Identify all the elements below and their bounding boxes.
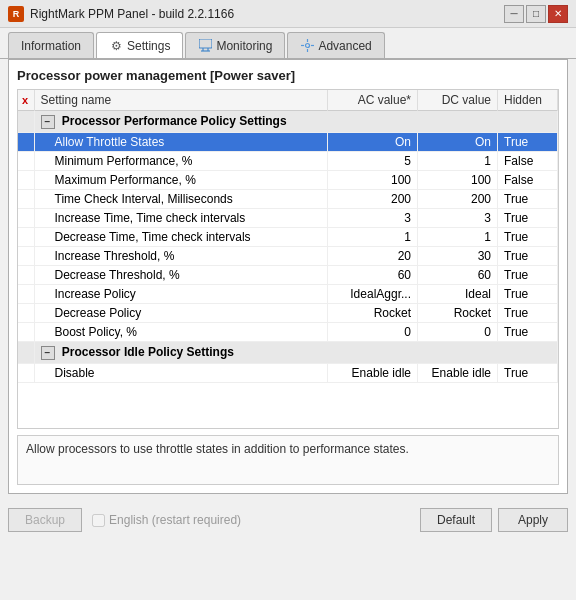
table-row[interactable]: Time Check Interval, Milliseconds 200 20…	[18, 190, 558, 209]
row-ac-value: 0	[328, 323, 418, 342]
maximize-button[interactable]: □	[526, 5, 546, 23]
group-collapse-x	[18, 342, 34, 364]
table-row[interactable]: Allow Throttle States On On True	[18, 133, 558, 152]
tab-advanced[interactable]: Advanced	[287, 32, 384, 58]
group-row[interactable]: − Processor Idle Policy Settings	[18, 342, 558, 364]
row-dc-value: On	[418, 133, 498, 152]
row-hidden: True	[498, 133, 558, 152]
row-dc-value: Enable idle	[418, 364, 498, 383]
window-controls: ─ □ ✕	[504, 5, 568, 23]
row-ac-value: 3	[328, 209, 418, 228]
advanced-icon	[300, 39, 314, 53]
row-setting-name: Increase Threshold, %	[34, 247, 328, 266]
row-x	[18, 171, 34, 190]
group-expand-icon[interactable]: −	[41, 115, 55, 129]
row-x	[18, 209, 34, 228]
table-row[interactable]: Increase Time, Time check intervals 3 3 …	[18, 209, 558, 228]
row-dc-value: 1	[418, 228, 498, 247]
tab-monitoring-label: Monitoring	[216, 39, 272, 53]
group-expand-icon[interactable]: −	[41, 346, 55, 360]
table-row[interactable]: Minimum Performance, % 5 1 False	[18, 152, 558, 171]
group-row[interactable]: − Processor Performance Policy Settings	[18, 111, 558, 133]
title-bar-left: R RightMark PPM Panel - build 2.2.1166	[8, 6, 234, 22]
row-setting-name: Boost Policy, %	[34, 323, 328, 342]
table-row[interactable]: Decrease Policy Rocket Rocket True	[18, 304, 558, 323]
row-hidden: False	[498, 171, 558, 190]
row-setting-name: Maximum Performance, %	[34, 171, 328, 190]
tab-monitoring[interactable]: Monitoring	[185, 32, 285, 58]
close-button[interactable]: ✕	[548, 5, 568, 23]
row-hidden: True	[498, 323, 558, 342]
row-ac-value: Rocket	[328, 304, 418, 323]
row-x	[18, 266, 34, 285]
table-row[interactable]: Maximum Performance, % 100 100 False	[18, 171, 558, 190]
section-title: Processor power management [Power saver]	[17, 68, 559, 83]
row-dc-value: 30	[418, 247, 498, 266]
row-hidden: True	[498, 364, 558, 383]
settings-table-wrapper[interactable]: x Setting name AC value* DC value Hidden…	[17, 89, 559, 429]
group-label: − Processor Performance Policy Settings	[34, 111, 558, 133]
row-hidden: True	[498, 285, 558, 304]
bottom-left: Backup English (restart required)	[8, 508, 241, 532]
row-setting-name: Decrease Policy	[34, 304, 328, 323]
table-row[interactable]: Boost Policy, % 0 0 True	[18, 323, 558, 342]
row-dc-value: 1	[418, 152, 498, 171]
backup-button[interactable]: Backup	[8, 508, 82, 532]
row-hidden: True	[498, 209, 558, 228]
title-bar: R RightMark PPM Panel - build 2.2.1166 ─…	[0, 0, 576, 28]
group-label: − Processor Idle Policy Settings	[34, 342, 558, 364]
table-row[interactable]: Decrease Time, Time check intervals 1 1 …	[18, 228, 558, 247]
row-setting-name: Decrease Threshold, %	[34, 266, 328, 285]
col-dc-value: DC value	[418, 90, 498, 111]
table-row[interactable]: Disable Enable idle Enable idle True	[18, 364, 558, 383]
row-x	[18, 364, 34, 383]
minimize-button[interactable]: ─	[504, 5, 524, 23]
tab-information[interactable]: Information	[8, 32, 94, 58]
apply-button[interactable]: Apply	[498, 508, 568, 532]
description-text: Allow processors to use throttle states …	[17, 435, 559, 485]
bottom-right: Default Apply	[420, 508, 568, 532]
svg-point-6	[305, 44, 309, 48]
table-row[interactable]: Increase Policy IdealAggr... Ideal True	[18, 285, 558, 304]
default-button[interactable]: Default	[420, 508, 492, 532]
settings-table: x Setting name AC value* DC value Hidden…	[18, 90, 558, 383]
tab-information-label: Information	[21, 39, 81, 53]
col-setting-name: Setting name	[34, 90, 328, 111]
language-checkbox[interactable]	[92, 514, 105, 527]
row-setting-name: Disable	[34, 364, 328, 383]
row-dc-value: 200	[418, 190, 498, 209]
row-ac-value: 100	[328, 171, 418, 190]
app-icon: R	[8, 6, 24, 22]
row-ac-value: IdealAggr...	[328, 285, 418, 304]
col-hidden: Hidden	[498, 90, 558, 111]
main-panel: Processor power management [Power saver]…	[8, 59, 568, 494]
group-collapse-x	[18, 111, 34, 133]
row-ac-value: 20	[328, 247, 418, 266]
row-setting-name: Allow Throttle States	[34, 133, 328, 152]
row-hidden: True	[498, 304, 558, 323]
tab-settings-label: Settings	[127, 39, 170, 53]
row-x	[18, 285, 34, 304]
row-ac-value: 200	[328, 190, 418, 209]
row-ac-value: Enable idle	[328, 364, 418, 383]
tab-settings[interactable]: ⚙ Settings	[96, 32, 183, 58]
row-dc-value: 0	[418, 323, 498, 342]
monitor-icon	[198, 39, 212, 53]
table-header-row: x Setting name AC value* DC value Hidden	[18, 90, 558, 111]
row-x	[18, 323, 34, 342]
row-x	[18, 228, 34, 247]
row-ac-value: 1	[328, 228, 418, 247]
row-setting-name: Increase Time, Time check intervals	[34, 209, 328, 228]
table-row[interactable]: Increase Threshold, % 20 30 True	[18, 247, 558, 266]
bottom-bar: Backup English (restart required) Defaul…	[0, 502, 576, 536]
col-x: x	[18, 90, 34, 111]
col-ac-value: AC value*	[328, 90, 418, 111]
row-hidden: True	[498, 228, 558, 247]
row-hidden: True	[498, 247, 558, 266]
row-setting-name: Time Check Interval, Milliseconds	[34, 190, 328, 209]
row-x	[18, 190, 34, 209]
svg-rect-2	[199, 39, 212, 48]
table-row[interactable]: Decrease Threshold, % 60 60 True	[18, 266, 558, 285]
table-body: − Processor Performance Policy Settings …	[18, 111, 558, 383]
row-dc-value: 60	[418, 266, 498, 285]
